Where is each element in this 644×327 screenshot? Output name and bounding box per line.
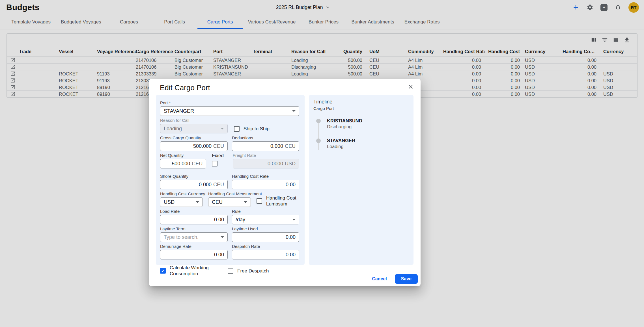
despatch-rate-input[interactable]: 0.00 (232, 250, 299, 259)
laytime-term-placeholder: Type to search. (164, 234, 199, 240)
dialog-actions: Cancel Save (368, 274, 418, 284)
laytime-used-input[interactable]: 0.00 (232, 232, 299, 242)
caret-down-icon (292, 219, 296, 220)
handling-cost-measurement-select[interactable]: CEU (208, 197, 251, 207)
shore-quantity-input[interactable]: 0.000 CEU (160, 180, 228, 189)
timeline-title: Timeline (313, 99, 409, 105)
deductions-input[interactable]: 0.000 CEU (232, 141, 299, 151)
caret-down-icon (221, 128, 224, 129)
reason-for-call-select: Loading (160, 124, 228, 133)
cargo-port-form: Port * STAVANGER Reason for Call Loading (156, 95, 305, 265)
load-rate-label: Load Rate (160, 209, 228, 214)
net-quantity-label: Net Quantity (160, 153, 206, 158)
laytime-used-value: 0.00 (286, 234, 296, 240)
laytime-term-label: Laytime Term (160, 226, 228, 231)
rule-select[interactable]: /day (232, 215, 299, 224)
laytime-term-input[interactable]: Type to search. (160, 232, 228, 242)
laytime-used-label: Laytime Used (232, 226, 299, 231)
caret-down-icon (221, 236, 224, 238)
port-select[interactable]: STAVANGER (160, 106, 299, 116)
deductions-label: Deductions (232, 135, 299, 140)
cancel-button[interactable]: Cancel (368, 274, 391, 284)
free-despatch-checkbox-row[interactable]: Free Despatch (228, 268, 269, 274)
freight-rate-input: 0.0000 USD (233, 159, 300, 168)
timeline-port: STAVANGER (327, 138, 409, 143)
shore-quantity-unit: CEU (213, 182, 224, 188)
shore-quantity-value: 0.000 (199, 182, 212, 188)
free-despatch-label: Free Despatch (237, 268, 269, 274)
load-rate-input[interactable]: 0.00 (160, 215, 228, 224)
caret-down-icon (292, 110, 296, 112)
close-icon (407, 83, 414, 90)
handling-cost-rate-input[interactable]: 0.00 (232, 180, 299, 189)
free-despatch-checkbox[interactable] (228, 268, 233, 274)
reason-for-call-label: Reason for Call (160, 118, 228, 123)
demurrage-rate-value: 0.00 (214, 252, 224, 258)
net-quantity-value: 500.000 (172, 161, 190, 167)
calculate-working-consumption-checkbox[interactable] (160, 268, 166, 274)
dialog-title: Edit Cargo Port (160, 83, 210, 92)
dialog-content: Port * STAVANGER Reason for Call Loading (156, 95, 413, 265)
handling-cost-lumpsum-checkbox-row[interactable]: Handling Cost Lumpsum (257, 195, 299, 207)
handling-cost-rate-value: 0.00 (286, 182, 296, 188)
handling-cost-currency-label: Handling Cost Currency (160, 191, 203, 196)
timeline-event: STAVANGERLoading (316, 138, 409, 149)
handling-cost-currency-value: USD (164, 199, 175, 205)
fixed-checkbox[interactable] (212, 161, 217, 166)
load-rate-value: 0.00 (214, 217, 224, 223)
timeline-event: KRISTIANSUNDDischarging (316, 118, 409, 138)
caret-down-icon (244, 201, 247, 203)
gross-cargo-quantity-value: 500.000 (193, 143, 212, 149)
handling-cost-measurement-label: Handling Cost Measurement (208, 191, 251, 196)
calculate-working-consumption-checkbox-row[interactable]: Calculate Working Consumption (160, 265, 228, 277)
timeline-panel: Timeline Cargo Port KRISTIANSUNDDischarg… (309, 95, 413, 265)
edit-cargo-port-dialog: Edit Cargo Port Port * STAVANGER Reason … (149, 79, 421, 286)
timeline-dot-icon (316, 138, 321, 143)
despatch-rate-value: 0.00 (286, 252, 296, 258)
gross-cargo-quantity-label: Gross Cargo Quantity (160, 135, 228, 140)
close-dialog-button[interactable] (407, 83, 414, 90)
freight-rate-value: 0.0000 (268, 161, 283, 167)
freight-rate-unit: USD (285, 161, 296, 167)
ship-to-ship-label: Ship to Ship (244, 126, 270, 132)
timeline-events: KRISTIANSUNDDischargingSTAVANGERLoading (316, 118, 409, 149)
despatch-rate-label: Despatch Rate (232, 244, 299, 249)
net-quantity-unit: CEU (192, 161, 203, 167)
save-button[interactable]: Save (395, 274, 418, 284)
reason-for-call-value: Loading (164, 126, 182, 132)
freight-rate-label: Freight Rate (233, 153, 300, 158)
timeline-port: KRISTIANSUND (327, 118, 409, 124)
port-value: STAVANGER (164, 108, 194, 114)
caret-down-icon (196, 201, 199, 203)
ship-to-ship-checkbox-row[interactable]: Ship to Ship (234, 126, 270, 132)
port-label: Port * (160, 100, 299, 105)
fixed-label: Fixed (212, 153, 224, 159)
handling-cost-lumpsum-checkbox[interactable] (257, 198, 262, 204)
net-quantity-input[interactable]: 500.000 CEU (160, 159, 206, 168)
timeline-action: Loading (327, 144, 409, 149)
calculate-working-consumption-label: Calculate Working Consumption (170, 265, 218, 277)
rule-value: /day (236, 217, 245, 223)
handling-cost-measurement-value: CEU (212, 199, 223, 205)
demurrage-rate-label: Demurrage Rate (160, 244, 228, 249)
deductions-value: 0.000 (270, 143, 283, 149)
handling-cost-rate-label: Handling Cost Rate (232, 174, 299, 179)
gross-cargo-quantity-unit: CEU (213, 143, 224, 149)
timeline-subtitle: Cargo Port (313, 106, 409, 111)
shore-quantity-label: Shore Quantity (160, 174, 228, 179)
handling-cost-lumpsum-label: Handling Cost Lumpsum (266, 195, 299, 207)
demurrage-rate-input[interactable]: 0.00 (160, 250, 228, 259)
ship-to-ship-checkbox[interactable] (234, 126, 240, 132)
handling-cost-currency-select[interactable]: USD (160, 197, 203, 207)
rule-label: Rule (232, 209, 299, 214)
timeline-action: Discharging (327, 124, 409, 129)
deductions-unit: CEU (285, 143, 296, 149)
timeline-dot-icon (316, 119, 321, 123)
gross-cargo-quantity-input[interactable]: 500.000 CEU (160, 141, 228, 151)
